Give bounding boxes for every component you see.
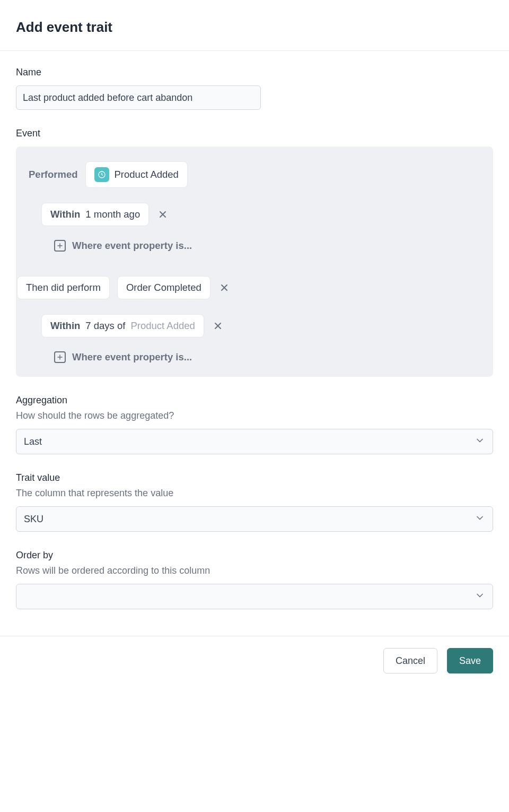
then-label: Then did perform [26,282,101,293]
where-property-label-2: Where event property is... [72,351,192,363]
event-panel: Performed Product Added Within 1 month a… [16,146,493,377]
within-value-1: 1 month ago [85,209,140,220]
plus-icon [54,240,66,252]
within-chip-1[interactable]: Within 1 month ago [41,203,149,226]
order-by-select[interactable] [16,584,493,609]
remove-second-event[interactable] [218,281,231,294]
within-ref-2: Product Added [130,320,195,332]
aggregation-help: How should the rows be aggregated? [16,410,493,421]
within-value-2: 7 days of [85,320,125,332]
trait-value-label: Trait value [16,472,493,483]
trait-value-select[interactable]: SKU [16,506,493,532]
name-label: Name [16,67,493,78]
chevron-down-icon [475,590,485,603]
event-name: Product Added [115,169,179,180]
add-property-filter-2[interactable]: Where event property is... [54,351,192,363]
aggregation-select[interactable]: Last [16,429,493,454]
cancel-button[interactable]: Cancel [383,648,437,673]
remove-within-2[interactable] [212,319,224,332]
within-prefix-2: Within [50,320,80,332]
event-label: Event [16,128,493,139]
plus-icon [54,351,66,363]
trait-value-value: SKU [24,514,43,525]
chevron-down-icon [475,435,485,448]
close-icon [157,209,168,220]
order-by-help: Rows will be ordered according to this c… [16,565,493,576]
page-title: Add event trait [16,19,493,36]
chevron-down-icon [475,513,485,526]
order-by-label: Order by [16,550,493,561]
add-property-filter-1[interactable]: Where event property is... [54,240,192,252]
within-prefix-1: Within [50,209,80,220]
event-selector[interactable]: Product Added [85,161,188,188]
remove-within-1[interactable] [156,208,169,221]
second-event-chip[interactable]: Order Completed [117,276,210,299]
aggregation-value: Last [24,436,42,447]
then-did-perform-chip[interactable]: Then did perform [17,276,110,299]
save-button[interactable]: Save [447,648,493,673]
performed-label: Performed [29,169,78,180]
where-property-label-1: Where event property is... [72,240,192,252]
trait-value-help: The column that represents the value [16,488,493,499]
clock-icon [94,167,109,182]
name-input[interactable] [16,85,261,110]
within-chip-2[interactable]: Within 7 days of Product Added [41,314,204,338]
close-icon [213,321,223,331]
aggregation-label: Aggregation [16,395,493,406]
close-icon [219,282,230,293]
second-event-name: Order Completed [126,282,201,293]
